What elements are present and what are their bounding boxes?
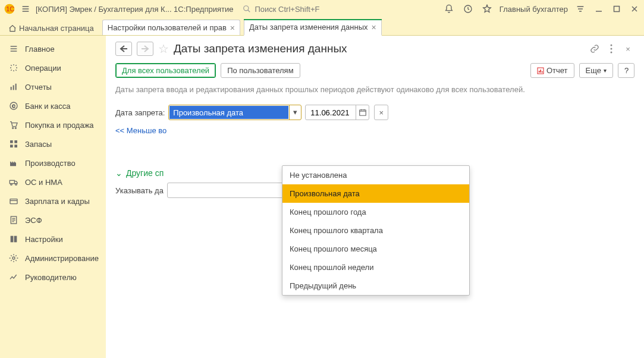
close-icon[interactable]: ×: [372, 23, 376, 32]
sidebar-item-label: Главное: [25, 45, 55, 54]
sidebar-item[interactable]: Покупка и продажа: [0, 115, 106, 134]
sidebar-item[interactable]: Зарплата и кадры: [0, 191, 106, 211]
page-title: Даты запрета изменения данных: [174, 42, 347, 55]
lock-type-combo[interactable]: ▾: [168, 105, 301, 120]
sidebar-item-label: Покупка и продажа: [25, 121, 94, 130]
sidebar-item-label: Запасы: [25, 140, 52, 149]
chevron-down-icon: ⌄: [115, 168, 122, 178]
kebab-icon[interactable]: [605, 42, 618, 55]
link-icon[interactable]: [588, 42, 601, 55]
clear-date-button[interactable]: ×: [374, 105, 388, 120]
date-input[interactable]: [306, 106, 356, 119]
more-button[interactable]: Еще ▾: [579, 63, 613, 78]
nav-forward-button[interactable]: [137, 42, 153, 56]
nav-back-button[interactable]: [115, 42, 132, 56]
less-options-link[interactable]: << Меньше во: [115, 126, 167, 135]
hamburger-icon[interactable]: [19, 2, 32, 15]
window-minimize-button[interactable]: [593, 3, 605, 15]
for-all-users-button[interactable]: Для всех пользователей: [115, 63, 216, 78]
svg-rect-7: [15, 84, 17, 90]
stock-icon: [8, 139, 19, 149]
svg-point-23: [12, 257, 15, 259]
bell-icon[interactable]: [442, 2, 455, 15]
chevron-down-icon: ▾: [604, 67, 607, 74]
sidebar-item[interactable]: Отчеты: [0, 77, 106, 96]
history-icon[interactable]: [461, 2, 475, 15]
dropdown-option[interactable]: Конец прошлого месяца: [282, 240, 469, 258]
sidebar-item[interactable]: Администрирование: [0, 249, 106, 268]
global-search[interactable]: [243, 4, 438, 14]
svg-point-17: [11, 184, 12, 186]
calendar-icon[interactable]: [356, 105, 369, 120]
settings-lines-icon[interactable]: [574, 2, 587, 15]
specify-date-label: Указывать да: [115, 186, 164, 195]
ops-icon: [8, 62, 19, 73]
dropdown-option[interactable]: Конец прошлого года: [282, 203, 469, 221]
svg-rect-22: [14, 236, 17, 243]
svg-rect-15: [14, 145, 17, 147]
sidebar-item-label: Операции: [25, 64, 61, 73]
sidebar-item[interactable]: ЭСФ: [0, 211, 106, 230]
svg-rect-29: [540, 70, 541, 73]
settings-icon: [8, 234, 19, 244]
svg-rect-14: [10, 145, 13, 147]
menu-icon: [8, 43, 19, 54]
tab-dates-lock[interactable]: Даты запрета изменения данных ×: [244, 19, 382, 36]
factory-icon: [8, 158, 19, 168]
help-button[interactable]: ?: [618, 63, 634, 78]
sidebar-item[interactable]: Настройки: [0, 230, 106, 249]
dropdown-option[interactable]: Произвольная дата: [282, 184, 469, 203]
svg-point-24: [611, 45, 612, 46]
page-header: ☆ Даты запрета изменения данных ×: [115, 42, 634, 56]
chevron-down-icon[interactable]: ▾: [289, 105, 301, 120]
app-title: [КОПИЯ] Эмрек / Бухгалтерия для К... 1С:…: [36, 5, 233, 14]
lock-type-dropdown: Не установленаПроизвольная датаКонец про…: [282, 165, 470, 296]
lock-type-input[interactable]: [169, 106, 288, 119]
svg-text:С: С: [12, 103, 15, 109]
sidebar-item-label: Зарплата и кадры: [25, 197, 90, 206]
svg-rect-19: [10, 199, 17, 204]
sidebar-item[interactable]: Руководителю: [0, 268, 106, 287]
svg-point-18: [15, 184, 17, 186]
report-icon: [537, 67, 544, 74]
window-close-button[interactable]: [629, 3, 640, 15]
favorite-star-icon[interactable]: ☆: [158, 42, 169, 56]
date-lock-row: Дата запрета: ▾ ×: [115, 105, 634, 120]
close-page-icon[interactable]: ×: [621, 42, 634, 55]
sidebar-item[interactable]: Запасы: [0, 134, 106, 153]
star-icon[interactable]: [480, 2, 494, 15]
info-text: Даты запрета ввода и редактирования данн…: [115, 85, 634, 94]
tab-settings-users[interactable]: Настройки пользователей и прав ×: [102, 20, 240, 35]
date-picker[interactable]: [305, 105, 369, 120]
sidebar-item-label: ЭСФ: [25, 216, 42, 225]
titlebar: 1С [КОПИЯ] Эмрек / Бухгалтерия для К... …: [0, 0, 644, 18]
svg-point-25: [611, 48, 612, 50]
tab-bar: Начальная страница Настройки пользовател…: [0, 18, 644, 36]
svg-point-11: [15, 127, 16, 128]
dropdown-option[interactable]: Конец прошлого квартала: [282, 221, 469, 240]
sidebar-item-label: ОС и НМА: [25, 178, 62, 187]
home-tab[interactable]: Начальная страница: [4, 21, 99, 35]
dropdown-option[interactable]: Конец прошлой недели: [282, 258, 469, 277]
cart-icon: [8, 120, 19, 130]
svg-rect-21: [11, 236, 14, 243]
svg-rect-5: [11, 87, 12, 90]
sidebar-item-label: Настройки: [25, 235, 63, 244]
svg-point-10: [12, 127, 14, 128]
svg-rect-16: [10, 180, 14, 183]
sidebar-item-label: Отчеты: [25, 83, 52, 92]
sidebar-item[interactable]: СБанк и касса: [0, 96, 106, 115]
esf-icon: [8, 215, 19, 225]
window-maximize-button[interactable]: [611, 3, 623, 15]
dropdown-option[interactable]: Предыдущий день: [282, 277, 469, 295]
user-label[interactable]: Главный бухгалтер: [500, 5, 568, 14]
dropdown-option[interactable]: Не установлена: [282, 166, 469, 184]
sidebar-item[interactable]: Операции: [0, 58, 106, 77]
by-users-button[interactable]: По пользователям: [221, 63, 300, 78]
sidebar-item[interactable]: ОС и НМА: [0, 172, 106, 191]
search-input[interactable]: [253, 4, 343, 14]
close-icon[interactable]: ×: [230, 24, 235, 32]
report-button[interactable]: Отчет: [530, 63, 574, 78]
sidebar-item[interactable]: Производство: [0, 153, 106, 172]
sidebar-item[interactable]: Главное: [0, 39, 106, 58]
